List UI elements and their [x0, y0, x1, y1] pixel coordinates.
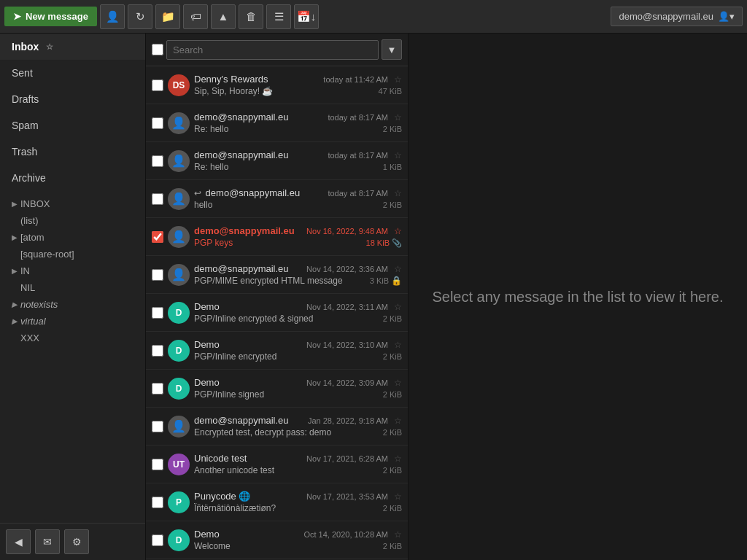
chevron-icon-2: ▶ — [12, 233, 18, 241]
star-button[interactable]: ☆ — [394, 454, 402, 464]
star-button[interactable]: ☆ — [394, 264, 402, 274]
sidebar-tree-inbox[interactable]: ▶ INBOX — [0, 195, 145, 212]
table-row[interactable]: D Demo Nov 14, 2022, 3:10 AM ☆ PGP/Inlin… — [146, 332, 408, 370]
avatar: D — [168, 529, 190, 551]
inbox-label: Inbox — [12, 41, 39, 52]
back-button[interactable]: ◀ — [6, 529, 31, 554]
sender-name: demo@snappymail.eu — [194, 112, 325, 122]
message-checkbox[interactable] — [152, 79, 163, 91]
menu-button[interactable]: ☰ — [266, 4, 291, 29]
message-subject: PGP keys — [194, 238, 366, 248]
star-button[interactable]: ☆ — [394, 226, 402, 236]
table-row[interactable]: D Demo Nov 14, 2022, 3:09 AM ☆ PGP/Inlin… — [146, 370, 408, 408]
message-size: 3 KiB 🔒 — [370, 276, 402, 286]
folder-button[interactable]: 📁 — [155, 4, 180, 29]
sidebar-item-spam[interactable]: Spam — [0, 112, 145, 139]
message-checkbox[interactable] — [152, 459, 163, 470]
sidebar-tree-virtual[interactable]: ▶ virtual — [0, 313, 145, 330]
table-row[interactable]: DS Denny's Rewards today at 11:42 AM ☆ S… — [146, 66, 408, 104]
message-size: 47 KiB — [379, 87, 402, 96]
compose-bottom-button[interactable]: ✉ — [35, 529, 60, 554]
archive-label: Archive — [12, 172, 46, 184]
preview-panel: Select any message in the list to view i… — [409, 34, 747, 560]
settings-button[interactable]: ⚙ — [64, 529, 89, 554]
sidebar-item-drafts[interactable]: Drafts — [0, 86, 145, 112]
refresh-button[interactable]: ↻ — [128, 4, 152, 29]
star-button[interactable]: ☆ — [394, 150, 402, 160]
sidebar-item-inbox[interactable]: Inbox ☆ — [0, 34, 145, 60]
select-all-checkbox[interactable] — [152, 44, 163, 55]
attachment-icon: 📎 — [392, 238, 402, 248]
message-checkbox[interactable] — [152, 534, 163, 546]
message-checkbox[interactable] — [152, 155, 163, 167]
filter-button[interactable]: ▲ — [211, 4, 236, 29]
star-button[interactable]: ☆ — [394, 416, 402, 426]
sidebar-item-archive[interactable]: Archive — [0, 165, 145, 191]
menu-icon: ☰ — [274, 10, 284, 23]
star-button[interactable]: ☆ — [394, 74, 402, 85]
message-size: 1 KiB — [383, 163, 402, 171]
contacts-button[interactable]: 👤 — [100, 4, 125, 29]
table-row[interactable]: UT Unicode test Nov 17, 2021, 6:28 AM ☆ … — [146, 446, 408, 483]
sidebar-item-sent[interactable]: Sent — [0, 60, 145, 86]
star-button[interactable]: ☆ — [394, 112, 402, 122]
star-button[interactable]: ☆ — [394, 529, 402, 540]
sidebar-tree-xxx[interactable]: XXX — [0, 330, 145, 346]
table-row[interactable]: 👤 demo@snappymail.eu today at 8:17 AM ☆ … — [146, 104, 408, 142]
table-row[interactable]: 👤 ↩ demo@snappymail.eu today at 8:17 AM … — [146, 180, 408, 218]
message-size: 2 KiB — [383, 201, 402, 209]
message-checkbox[interactable] — [152, 383, 163, 394]
table-row[interactable]: P Punycode 🌐 Nov 17, 2021, 3:53 AM ☆ Ïñt… — [146, 483, 408, 521]
message-checkbox[interactable] — [152, 345, 163, 357]
sidebar-tree-notexists[interactable]: ▶ notexists — [0, 296, 145, 313]
message-checkbox[interactable] — [152, 117, 163, 129]
sort-button[interactable]: 📅↓ — [294, 4, 319, 29]
star-button[interactable]: ☆ — [394, 340, 402, 350]
table-row[interactable]: 👤 demo@snappymail.eu Nov 14, 2022, 3:36 … — [146, 256, 408, 294]
inbox-star-icon[interactable]: ☆ — [46, 42, 53, 52]
star-button[interactable]: ☆ — [394, 302, 402, 312]
message-checkbox[interactable] — [152, 497, 163, 508]
message-checkbox[interactable] — [152, 421, 163, 432]
sender-name: Demo — [194, 301, 303, 312]
table-row[interactable]: 👤 demo@snappymail.eu Nov 16, 2022, 9:48 … — [146, 218, 408, 256]
notexists-folder-label: notexists — [20, 299, 58, 310]
avatar-icon: 👤 — [171, 116, 186, 130]
message-size: 2 KiB — [383, 314, 402, 323]
message-checkbox[interactable] — [152, 269, 163, 281]
sidebar-item-trash[interactable]: Trash — [0, 139, 145, 165]
user-menu[interactable]: demo@snappymail.eu 👤▾ — [611, 7, 743, 26]
star-button[interactable]: ☆ — [394, 378, 402, 388]
search-dropdown-button[interactable]: ▼ — [382, 39, 402, 60]
table-row[interactable]: 👤 demo@snappymail.eu Jan 28, 2022, 9:18 … — [146, 408, 408, 446]
message-subject: Re: hello — [194, 162, 383, 172]
gear-icon: ⚙ — [72, 536, 82, 548]
search-input[interactable] — [166, 40, 379, 60]
sidebar-tree-nil[interactable]: NIL — [0, 279, 145, 296]
message-date: Nov 14, 2022, 3:11 AM — [306, 303, 388, 311]
virtual-folder-label: virtual — [20, 316, 46, 327]
preview-placeholder: Select any message in the list to view i… — [432, 286, 723, 308]
delete-button[interactable]: 🗑 — [239, 4, 263, 29]
table-row[interactable]: D Demo Oct 14, 2020, 10:28 AM ☆ Welcome … — [146, 521, 408, 559]
new-message-button[interactable]: ➤ New message — [4, 7, 97, 26]
sidebar-tree: ▶ INBOX (list) ▶ [atom [square-root] ▶ I… — [0, 191, 145, 351]
message-checkbox[interactable] — [152, 193, 163, 205]
star-button[interactable]: ☆ — [394, 188, 402, 198]
message-content: demo@snappymail.eu Nov 14, 2022, 3:36 AM… — [194, 263, 402, 286]
avatar: P — [168, 491, 190, 513]
sidebar: Inbox ☆ Sent Drafts Spam Trash Archive ▶… — [0, 34, 146, 560]
star-button[interactable]: ☆ — [394, 491, 402, 502]
sidebar-tree-atom[interactable]: ▶ [atom — [0, 229, 145, 246]
sidebar-tree-squareroot[interactable]: [square-root] — [0, 246, 145, 262]
reply-icon: ↩ — [194, 188, 201, 198]
message-checkbox[interactable] — [152, 231, 163, 243]
table-row[interactable]: 👤 demo@snappymail.eu today at 8:17 AM ☆ … — [146, 142, 408, 180]
message-content: Denny's Rewards today at 11:42 AM ☆ Sip,… — [194, 74, 402, 96]
message-checkbox[interactable] — [152, 307, 163, 319]
table-row[interactable]: D Demo Nov 14, 2022, 3:11 AM ☆ PGP/Inlin… — [146, 294, 408, 332]
message-subject: PGP/Inline signed — [194, 389, 383, 400]
sidebar-tree-list[interactable]: (list) — [0, 212, 145, 229]
tag-button[interactable]: 🏷 — [183, 4, 208, 29]
sidebar-tree-in[interactable]: ▶ IN — [0, 262, 145, 279]
